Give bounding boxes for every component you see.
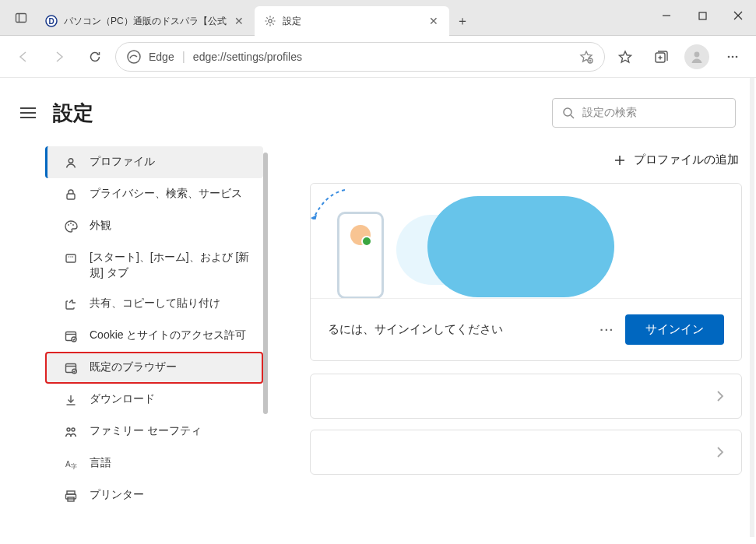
sidebar-item-label: ファミリー セーフティ [90, 423, 252, 439]
sidebar-item-cookie[interactable]: Cookie とサイトのアクセス許可 [45, 320, 263, 352]
favicon-dospara: D [45, 15, 58, 27]
page-scrollbar[interactable] [750, 78, 754, 537]
svg-point-4 [268, 19, 271, 23]
profile-card: るには、サインインしてください ··· サインイン [310, 183, 742, 361]
page-title: 設定 [53, 100, 93, 127]
settings-row-2[interactable] [310, 430, 742, 475]
new-tab-button[interactable]: ＋ [449, 6, 476, 36]
sidebar-item-palette[interactable]: 外観 [45, 210, 263, 242]
maximize-button[interactable] [684, 0, 720, 31]
profile-more-button[interactable]: ··· [600, 323, 614, 336]
svg-point-17 [728, 55, 730, 58]
svg-point-25 [69, 159, 73, 163]
lock-icon [63, 187, 79, 202]
sidebar-item-label: [スタート]、[ホーム]、および [新規] タブ [90, 250, 252, 280]
add-favorite-button[interactable] [579, 50, 593, 64]
svg-point-33 [72, 256, 73, 257]
address-bar[interactable]: Edge | edge://settings/profiles [115, 42, 605, 72]
printer-icon [63, 488, 79, 504]
svg-point-32 [70, 256, 71, 257]
minimize-button[interactable] [649, 0, 684, 31]
sidebar-item-family[interactable]: ファミリー セーフティ [45, 416, 263, 447]
tab-well: D パソコン（PC）通販のドスパラ【公式 ✕ 設定 ✕ ＋ [0, 0, 476, 36]
svg-point-28 [70, 223, 72, 224]
window-controls [649, 0, 756, 31]
page-content: 設定 設定の検索 プロファイルの追加 るには、サインインしてください ··· サ… [0, 78, 756, 544]
sidebar-item-language[interactable]: A字言語 [45, 447, 263, 479]
sidebar-item-label: プロファイル [90, 154, 252, 170]
power-icon [63, 251, 79, 266]
svg-rect-6 [699, 12, 706, 19]
avatar-icon [684, 44, 709, 69]
sidebar-item-browser[interactable]: 既定のブラウザー [45, 352, 263, 384]
svg-text:D: D [48, 17, 54, 26]
tab-1[interactable]: D パソコン（PC）通販のドスパラ【公式 ✕ [36, 6, 255, 36]
profile-button[interactable] [681, 41, 712, 72]
add-profile-label: プロファイルの追加 [634, 153, 739, 167]
palette-icon [63, 219, 79, 234]
title-bar: D パソコン（PC）通販のドスパラ【公式 ✕ 設定 ✕ ＋ [0, 0, 756, 36]
svg-point-9 [128, 51, 140, 63]
svg-point-19 [736, 55, 738, 58]
svg-rect-30 [66, 254, 76, 262]
forward-button[interactable] [44, 41, 75, 72]
toolbar: Edge | edge://settings/profiles [0, 36, 756, 78]
svg-point-31 [69, 256, 69, 257]
tab-2-close[interactable]: ✕ [427, 15, 440, 27]
chevron-right-icon [716, 390, 724, 402]
svg-point-18 [732, 55, 734, 58]
sidebar-item-power[interactable]: [スタート]、[ホーム]、および [新規] タブ [45, 242, 263, 288]
sidebar-item-label: 言語 [90, 455, 252, 471]
share-icon [63, 297, 79, 312]
settings-sidebar: プロファイルプライバシー、検索、サービス外観[スタート]、[ホーム]、および [… [45, 146, 263, 544]
svg-text:字: 字 [71, 463, 77, 470]
settings-search[interactable]: 設定の検索 [552, 98, 736, 128]
search-icon [562, 107, 575, 119]
svg-rect-0 [16, 14, 26, 23]
settings-menu-button[interactable] [17, 102, 39, 124]
svg-point-20 [564, 108, 571, 116]
svg-point-27 [68, 224, 69, 226]
svg-text:A: A [65, 460, 71, 469]
sidebar-item-label: プライバシー、検索、サービス [90, 186, 252, 202]
address-identity: Edge [149, 51, 174, 63]
tab-actions-button[interactable] [6, 3, 36, 33]
svg-point-42 [67, 428, 70, 431]
browser-icon [63, 360, 79, 376]
sidebar-item-label: Cookie とサイトのアクセス許可 [90, 328, 252, 343]
search-placeholder: 設定の検索 [582, 106, 637, 120]
svg-line-21 [571, 115, 574, 118]
menu-button[interactable] [717, 41, 748, 72]
settings-main: プロファイルの追加 るには、サインインしてください ··· サインイン [310, 146, 742, 544]
sidebar-item-label: プリンター [90, 487, 252, 503]
download-icon [63, 392, 79, 408]
sidebar-item-printer[interactable]: プリンター [45, 479, 263, 511]
sidebar-item-profile[interactable]: プロファイル [45, 146, 263, 178]
tab-1-close[interactable]: ✕ [233, 15, 245, 27]
edge-logo-icon [127, 50, 141, 64]
close-window-button[interactable] [720, 0, 756, 31]
settings-row-1[interactable] [310, 374, 742, 419]
sidebar-item-lock[interactable]: プライバシー、検索、サービス [45, 178, 263, 210]
plus-icon [614, 154, 626, 167]
collections-button[interactable] [645, 41, 677, 72]
tab-1-title: パソコン（PC）通販のドスパラ【公式 [64, 15, 227, 28]
signin-button[interactable]: サインイン [625, 314, 724, 345]
sidebar-item-label: 外観 [90, 218, 252, 233]
tab-2[interactable]: 設定 ✕ [255, 6, 449, 36]
profile-illustration [311, 184, 741, 299]
sidebar-scrollbar[interactable] [263, 153, 268, 414]
sidebar-item-share[interactable]: 共有、コピーして貼り付け [45, 288, 263, 320]
add-profile-button[interactable]: プロファイルの追加 [310, 146, 742, 183]
sidebar-item-label: 共有、コピーして貼り付け [90, 296, 252, 311]
back-button[interactable] [8, 41, 39, 72]
refresh-button[interactable] [79, 41, 111, 72]
tab-2-title: 設定 [283, 15, 421, 28]
sidebar-item-download[interactable]: ダウンロード [45, 384, 263, 416]
favorites-button[interactable] [610, 41, 641, 72]
settings-header: 設定 設定の検索 [0, 78, 756, 143]
chevron-right-icon [716, 446, 724, 458]
sidebar-item-label: ダウンロード [90, 391, 252, 407]
language-icon: A字 [63, 456, 79, 472]
svg-point-43 [72, 428, 75, 431]
